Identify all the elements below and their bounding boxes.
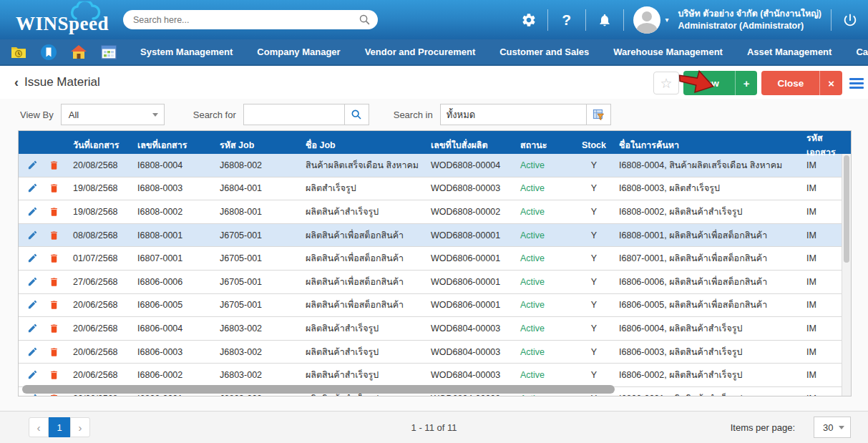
user-avatar[interactable] [633,6,660,34]
main-nav-bar: System ManagementCompany ManagerVendor a… [0,39,868,66]
logout-power-icon[interactable] [841,11,859,29]
table-row[interactable]: 20/06/2568I6806-0003J6803-002ผลิตสินค้าส… [19,341,851,364]
nav-item-vendor-and-procurement[interactable]: Vendor and Procurement [365,47,476,57]
search-in-input[interactable] [440,104,587,125]
notifications-bell-icon[interactable] [595,11,614,29]
delete-trash-icon[interactable] [49,346,60,358]
settings-gear-icon[interactable] [520,11,538,29]
bookmark-icon[interactable] [40,44,57,61]
column-search-name[interactable]: ชื่อในการค้นหา [615,138,802,152]
cell-job-code: J6705-001 [215,253,301,263]
table-row[interactable]: 20/08/2568I6808-0004J6808-002สินค้าผลิตเ… [19,154,851,177]
close-x-icon[interactable]: × [819,71,842,95]
close-button[interactable]: Close × [761,71,842,95]
nav-item-warehouse-management[interactable]: Warehouse Management [613,47,723,57]
delete-trash-icon[interactable] [49,253,60,264]
cell-stock: Y [573,394,615,396]
global-search-input[interactable] [133,15,359,25]
table-row[interactable]: 08/08/2568I6808-0001J6705-001ผลิตสินค้าเ… [19,224,851,248]
filter-columns-button[interactable] [587,104,611,125]
calendar-grid-icon[interactable] [100,44,117,61]
column-wo-no[interactable]: เลขที่ใบสั่งผลิต [426,138,516,152]
cell-stock: Y [573,160,615,170]
column-date[interactable]: วันที่เอกสาร [69,138,133,152]
delete-trash-icon[interactable] [49,299,60,311]
cell-job-code: J6705-001 [215,230,301,240]
cell-status: Active [516,277,573,287]
delete-trash-icon[interactable] [49,230,60,241]
logo[interactable]: WINSpeed [10,0,110,39]
delete-trash-icon[interactable] [49,276,60,288]
edit-pencil-icon[interactable] [27,369,39,381]
page-number-button[interactable]: 1 [49,417,70,437]
cell-doc-no: I6806-0006 [133,277,215,287]
edit-pencil-icon[interactable] [27,323,39,334]
global-search[interactable] [123,10,378,29]
cell-stock: Y [573,183,615,193]
edit-pencil-icon[interactable] [27,276,39,288]
table-row[interactable]: 19/08/2568I6808-0002J6808-001ผลิตสินค้าส… [19,200,851,224]
edit-pencil-icon[interactable] [27,230,39,241]
list-menu-icon[interactable] [849,78,864,89]
delete-trash-icon[interactable] [49,323,60,334]
delete-trash-icon[interactable] [49,206,60,218]
edit-pencil-icon[interactable] [27,346,39,358]
table-row[interactable]: 01/07/2568I6807-0001J6705-001ผลิตสินค้าเ… [19,247,851,271]
row-actions [19,160,69,171]
table-row[interactable]: 27/06/2568I6806-0006J6705-001ผลิตสินค้าเ… [19,271,851,294]
edit-pencil-icon[interactable] [27,253,39,264]
edit-pencil-icon[interactable] [27,160,39,171]
divider [623,9,624,31]
items-per-page-select[interactable]: 30 [814,417,851,438]
delete-trash-icon[interactable] [49,182,60,194]
new-plus-icon[interactable]: + [735,71,758,95]
view-by-select[interactable]: All [61,104,165,125]
edit-pencil-icon[interactable] [27,182,39,194]
column-doc-no[interactable]: เลขที่เอกสาร [133,138,215,152]
nav-item-asset-management[interactable]: Asset Management [747,47,832,57]
table-row[interactable]: 20/06/2568I6806-0004J6803-002ผลิตสินค้าส… [19,317,851,341]
vertical-scrollbar-thumb[interactable] [844,155,849,263]
nav-item-company-manager[interactable]: Company Manager [257,47,340,57]
cell-doc-no: I6807-0001 [133,253,215,263]
chevron-down-icon[interactable]: ▾ [665,16,669,24]
nav-item-system-management[interactable]: System Management [140,47,233,57]
recent-folder-icon[interactable] [10,44,27,61]
cell-date: 08/08/2568 [69,230,133,240]
cell-doc-no: I6808-0004 [133,160,215,170]
home-icon[interactable] [70,44,87,61]
table-row[interactable]: 20/06/2568I6806-0005J6705-001ผลิตสินค้าเ… [19,294,851,318]
row-actions [19,299,69,311]
back-chevron-icon[interactable]: ‹ [14,75,19,90]
vertical-scrollbar[interactable] [842,154,851,396]
edit-pencil-icon[interactable] [27,206,39,218]
row-actions [19,369,69,381]
favorite-star-button[interactable]: ☆ [653,72,679,94]
table-row[interactable]: 20/06/2568I6806-0002J6803-002ผลิตสินค้าส… [19,364,851,387]
search-icon[interactable] [359,14,371,26]
prev-page-button[interactable]: ‹ [29,417,49,437]
table-row[interactable]: 19/08/2568I6808-0003J6804-001ผลิตสำเร็จร… [19,177,851,201]
column-status[interactable]: สถานะ [516,138,573,152]
delete-trash-icon[interactable] [49,160,60,171]
next-page-button[interactable]: › [70,417,90,437]
column-job-code[interactable]: รหัส Job [215,138,301,152]
column-job-name[interactable]: ชื่อ Job [301,138,426,152]
cell-stock: Y [573,370,615,380]
search-button[interactable] [345,104,369,125]
cell-status: Active [516,207,573,217]
nav-item-customer-and-sales[interactable]: Customer and Sales [499,47,589,57]
nav-item-cash-management[interactable]: Cash Management [856,47,868,57]
edit-pencil-icon[interactable] [27,299,39,311]
new-button[interactable]: New + [683,71,758,95]
user-info[interactable]: บริษัท ตัวอย่าง จำกัด (สำนักงานใหญ่) Adm… [678,8,821,32]
search-for-input[interactable] [243,104,345,125]
delete-trash-icon[interactable] [49,369,60,381]
cell-doc-no: I6806-0004 [133,323,215,334]
help-icon[interactable]: ? [557,11,576,29]
horizontal-scrollbar-thumb[interactable] [22,385,615,394]
search-in-label: Search in [394,109,433,120]
row-actions [19,230,69,241]
cell-date: 20/06/2568 [69,347,133,357]
column-stock[interactable]: Stock [573,140,615,150]
